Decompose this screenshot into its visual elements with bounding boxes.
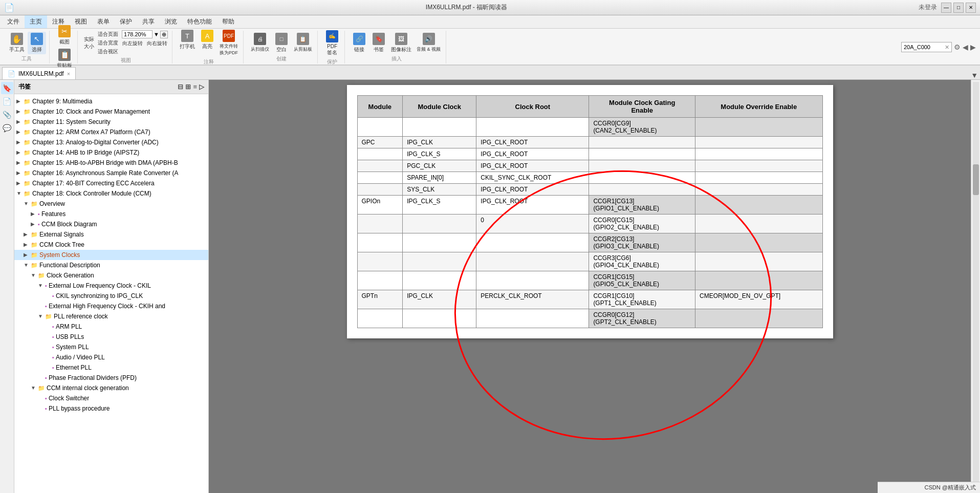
comments-panel-icon[interactable]: 💬 <box>1 122 13 134</box>
tree-item[interactable]: ▪External High Frequency Clock - CKIH an… <box>14 301 208 311</box>
scan-button[interactable]: 🖨 从扫描仪 <box>249 32 271 54</box>
col-module-clock: Module Clock <box>403 96 476 118</box>
rotate-right-button[interactable]: 向右旋转 <box>145 39 169 48</box>
sidebar-header: 书签 ⊟ ⊞ ≡ ▷ <box>14 80 208 94</box>
attachments-panel-icon[interactable]: 📎 <box>1 109 13 121</box>
tab-close-button[interactable]: × <box>67 71 70 77</box>
tree-item[interactable]: ▪USB PLLs <box>14 332 208 342</box>
zoom-dropdown-icon[interactable]: ▼ <box>154 31 159 37</box>
table-cell <box>476 252 589 271</box>
tab-dropdown-icon[interactable]: ▼ <box>971 71 978 79</box>
tree-item[interactable]: ▶📁Chapter 12: ARM Cortex A7 Platform (CA… <box>14 127 208 137</box>
close-button[interactable]: ✕ <box>966 3 976 13</box>
tree-item[interactable]: ▼📁Chapter 18: Clock Controller Module (C… <box>14 188 208 199</box>
tree-item[interactable]: ▪ARM PLL <box>14 321 208 332</box>
highlight-button[interactable]: A 高亮 <box>198 29 216 57</box>
tree-item[interactable]: ▪Audio / Video PLL <box>14 352 208 362</box>
search-input[interactable] <box>904 44 945 50</box>
tree-item-label: Ethernet PLL <box>56 363 92 372</box>
tree-item[interactable]: ▶📁Chapter 17: 40-BIT Correcting ECC Acce… <box>14 178 208 188</box>
tree-item-icon: 📁 <box>38 271 45 280</box>
vertical-scrollbar[interactable] <box>973 82 979 493</box>
tree-item[interactable]: ▼📁Overview <box>14 199 208 209</box>
tree-item[interactable]: ▼📁PLL reference clock <box>14 311 208 321</box>
bookmarks-panel-icon[interactable]: 🔖 <box>1 82 13 94</box>
table-cell <box>695 252 822 271</box>
menu-form[interactable]: 表单 <box>92 15 115 28</box>
tree-item[interactable]: ▪Clock Switcher <box>14 393 208 403</box>
bookmark-button[interactable]: 🔖 书签 <box>369 32 388 54</box>
sidebar-close-button[interactable]: ▷ <box>199 83 204 91</box>
menu-help[interactable]: 帮助 <box>217 15 239 28</box>
tree-item[interactable]: ▶📁External Signals <box>14 229 208 240</box>
tree-item[interactable]: ▼📁Functional Description <box>14 260 208 270</box>
zoom-input[interactable] <box>122 30 153 38</box>
tree-item[interactable]: ▶📁Chapter 13: Analog-to-Digital Converte… <box>14 137 208 147</box>
tree-item[interactable]: ▪Phase Fractional Dividers (PFD) <box>14 373 208 383</box>
fit-width-button[interactable]: 适合宽度 <box>96 39 120 47</box>
sidebar-content[interactable]: ▶📁Chapter 9: Multimedia▶📁Chapter 10: Clo… <box>14 94 208 493</box>
scrollbar-thumb[interactable] <box>973 164 979 195</box>
tree-item[interactable]: ▶📁CCM Clock Tree <box>14 240 208 250</box>
search-clear-icon[interactable]: ✕ <box>945 44 949 51</box>
image-mark-button[interactable]: 🖼 图像标注 <box>389 32 413 54</box>
tree-item[interactable]: ▼📁CCM internal clock generation <box>14 383 208 393</box>
pages-panel-icon[interactable]: 📄 <box>1 95 13 108</box>
tree-item[interactable]: ▶📁Chapter 15: AHB-to-APBH Bridge with DM… <box>14 158 208 168</box>
blank-button[interactable]: □ 空白 <box>272 32 291 54</box>
menu-features[interactable]: 特色功能 <box>182 15 217 28</box>
link-button[interactable]: 🔗 链接 <box>350 32 368 54</box>
tab-dropdown[interactable]: ▼ <box>971 71 980 79</box>
fit-page-button[interactable]: 适合页面 <box>96 30 120 38</box>
screenshot-button[interactable]: ✂ 截图 <box>55 24 74 47</box>
menu-home[interactable]: 主页 <box>25 15 47 28</box>
table-row: GPTnIPG_CLKPERCLK_CLK_ROOTCCGR1[CG10](GP… <box>357 290 822 309</box>
minimize-button[interactable]: — <box>941 3 951 13</box>
convert-pdf-button[interactable]: PDF 将文件转换为PDF <box>217 29 240 57</box>
nav-prev-icon[interactable]: ◀ <box>963 43 968 51</box>
tree-item[interactable]: ▶▪Features <box>14 209 208 219</box>
tree-item[interactable]: ▶📁System Clocks <box>14 250 208 260</box>
menu-protect[interactable]: 保护 <box>115 15 137 28</box>
tree-item[interactable]: ▪CKIL synchronizing to IPG_CLK <box>14 291 208 301</box>
tree-item[interactable]: ▶📁Chapter 10: Clock and Power Management <box>14 106 208 117</box>
tree-item[interactable]: ▼▪External Low Frequency Clock - CKIL <box>14 281 208 291</box>
select-tool-button[interactable]: ↖ 选择 <box>28 32 46 54</box>
zoom-control: ▼ ⊕ <box>122 30 168 38</box>
tree-item[interactable]: ▶📁Chapter 14: AHB to IP Bridge (AIPSTZ) <box>14 147 208 158</box>
settings-icon[interactable]: ⚙ <box>954 43 961 51</box>
table-cell: IPG_CLK_ROOT <box>476 148 589 160</box>
tree-item[interactable]: ▶▪CCM Block Diagram <box>14 219 208 229</box>
hand-tool-button[interactable]: ✋ 手工具 <box>7 32 27 54</box>
menu-browse[interactable]: 浏览 <box>160 15 182 28</box>
typewriter-button[interactable]: T 打字机 <box>178 29 197 57</box>
maximize-button[interactable]: □ <box>953 3 964 13</box>
menu-share[interactable]: 共享 <box>137 15 160 28</box>
table-cell: SPARE_IN[0] <box>403 172 476 184</box>
tree-item[interactable]: ▪System PLL <box>14 342 208 352</box>
tree-item-icon: 📁 <box>24 107 31 116</box>
tree-item[interactable]: ▶📁Chapter 16: Asynchronous Sample Rate C… <box>14 168 208 178</box>
menu-file[interactable]: 文件 <box>2 15 25 28</box>
actual-size-button[interactable]: 实际大小 <box>83 30 95 56</box>
tree-item[interactable]: ▶📁Chapter 9: Multimedia <box>14 96 208 106</box>
tree-item[interactable]: ▪PLL bypass procedure <box>14 403 208 414</box>
media-button[interactable]: 🔊 音频 & 视频 <box>415 32 443 54</box>
pdf-tab[interactable]: 📄 IMX6ULLRM.pdf × <box>2 67 76 79</box>
login-status[interactable]: 未登录 <box>919 3 937 12</box>
tree-item[interactable]: ▼📁Clock Generation <box>14 270 208 281</box>
table-cell <box>589 137 695 148</box>
from-clipboard-button[interactable]: 📋 从剪贴板 <box>292 32 314 54</box>
zoom-reset-button[interactable]: ⊕ <box>160 31 168 38</box>
tree-item[interactable]: ▪Ethernet PLL <box>14 362 208 373</box>
tree-item[interactable]: ▶📁Chapter 11: System Security <box>14 117 208 127</box>
sidebar-expand-button[interactable]: ⊞ <box>185 83 191 91</box>
sidebar-collapse-button[interactable]: ⊟ <box>178 83 183 91</box>
sidebar-menu-button[interactable]: ≡ <box>193 83 197 91</box>
toolbar-group-tools: ✋ 手工具 ↖ 选择 工具 <box>4 31 50 63</box>
table-row: GPCIPG_CLKIPG_CLK_ROOT <box>357 137 822 148</box>
rotate-left-button[interactable]: 向左旋转 <box>121 39 144 48</box>
pdf-sign-button[interactable]: ✍ PDF签名 <box>323 29 341 57</box>
nav-next-icon[interactable]: ▶ <box>970 43 976 51</box>
fit-region-button[interactable]: 适合视区 <box>96 48 120 56</box>
